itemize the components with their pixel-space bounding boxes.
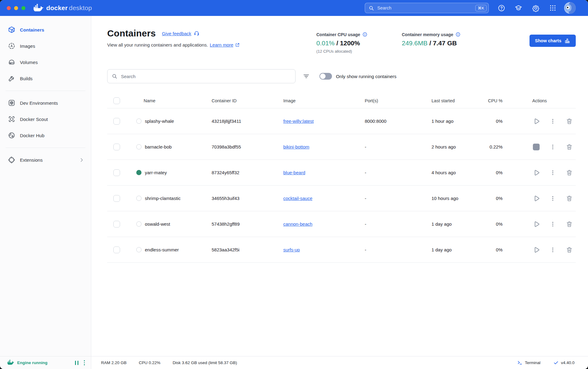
delete-container-button[interactable] (565, 169, 573, 177)
version-status[interactable]: v4.40.0 (553, 360, 575, 365)
apps-grid-icon[interactable] (549, 4, 557, 12)
zoom-window-button[interactable] (21, 6, 25, 10)
image-link[interactable]: bikini-bottom (283, 144, 309, 149)
start-container-button[interactable] (532, 194, 540, 202)
column-name[interactable]: Name (136, 98, 212, 103)
search-icon (112, 73, 117, 79)
cpu-percent: 0% (481, 119, 509, 124)
start-container-button[interactable] (532, 169, 540, 177)
terminal-button[interactable]: Terminal (517, 360, 541, 365)
learn-more-link[interactable]: Learn more (210, 42, 240, 47)
filter-icon[interactable] (303, 73, 310, 80)
container-name: yarr-matey (145, 170, 167, 175)
row-menu-button[interactable] (549, 117, 557, 125)
select-all-checkbox[interactable] (113, 97, 120, 104)
start-container-button[interactable] (532, 117, 540, 125)
row-menu-button[interactable] (549, 143, 557, 151)
row-checkbox[interactable] (113, 221, 120, 228)
row-menu-button[interactable] (549, 246, 557, 254)
sidebar-item-extensions[interactable]: Extensions (0, 152, 91, 168)
memory-usage-stat: Container memory usage 249.6MB / 7.47 GB (402, 32, 461, 47)
container-search-input[interactable] (120, 73, 291, 79)
table-row: splashy-whale 43218j8jjf3411 free-willy:… (107, 108, 576, 134)
column-last-started[interactable]: Last started (432, 98, 481, 103)
row-menu-button[interactable] (549, 169, 557, 177)
sidebar-item-images[interactable]: Images (0, 38, 91, 54)
container-id: 57438h2gff89 (212, 221, 283, 227)
global-search[interactable]: ⌘K (365, 3, 489, 13)
engine-status-label: Engine running (17, 360, 47, 365)
help-icon[interactable] (497, 4, 505, 12)
row-checkbox[interactable] (113, 247, 120, 253)
external-link-icon (235, 43, 240, 47)
column-cpu[interactable]: CPU % (481, 98, 509, 103)
engine-status: Engine running (0, 356, 91, 369)
extensions-icon (8, 156, 15, 164)
docker-brand: dockerdesktop (33, 4, 92, 13)
pause-engine-button[interactable] (75, 361, 78, 365)
column-container-id[interactable]: Container ID (212, 98, 283, 103)
container-search[interactable] (107, 69, 296, 83)
sidebar-item-volumes[interactable]: Volumes (0, 55, 91, 70)
engine-menu-button[interactable] (84, 360, 85, 365)
delete-container-button[interactable] (565, 143, 573, 151)
terminal-icon (517, 360, 522, 365)
container-name: endless-summer (145, 247, 179, 252)
stop-container-button[interactable] (532, 143, 540, 151)
row-checkbox[interactable] (113, 144, 120, 150)
info-icon[interactable] (362, 32, 368, 37)
start-container-button[interactable] (532, 220, 540, 228)
traffic-lights (7, 6, 25, 10)
sidebar-divider (6, 91, 85, 91)
minimize-window-button[interactable] (14, 6, 18, 10)
image-link[interactable]: blue-beard (283, 170, 305, 175)
docker-hub-icon (8, 132, 15, 139)
column-ports[interactable]: Port(s) (365, 98, 432, 103)
sidebar-item-containers[interactable]: Containers (0, 22, 91, 37)
row-checkbox[interactable] (113, 169, 120, 176)
row-menu-button[interactable] (549, 220, 557, 228)
table-row: endless-summer 5823aa342f5i surfs-up - 1… (107, 237, 576, 263)
containers-icon (8, 26, 15, 33)
sidebar-item-builds[interactable]: Builds (0, 71, 91, 86)
cpu-percent: 0% (481, 221, 509, 227)
row-menu-button[interactable] (549, 194, 557, 202)
sidebar-item-label: Dev Environments (20, 100, 58, 106)
sidebar-item-dev-environments[interactable]: Dev Environments (0, 95, 91, 111)
running-only-toggle[interactable] (319, 73, 332, 80)
container-id: 87324y65ff32 (212, 170, 283, 175)
column-image[interactable]: Image (283, 98, 365, 103)
image-link[interactable]: cannon-beach (283, 221, 312, 227)
give-feedback-link[interactable]: Give feedback (162, 30, 200, 36)
container-ports: - (365, 144, 432, 149)
row-checkbox[interactable] (113, 118, 120, 125)
cpu-percent: 0.22% (481, 144, 509, 149)
builds-icon (8, 75, 15, 82)
settings-gear-icon[interactable] (532, 4, 540, 12)
docker-scout-icon (8, 115, 15, 123)
running-only-toggle-label: Only show running containers (336, 74, 397, 79)
table-header: Name Container ID Image Port(s) Last sta… (107, 93, 576, 108)
sidebar-item-docker-hub[interactable]: Docker Hub (0, 128, 91, 143)
images-icon (8, 42, 15, 50)
start-container-button[interactable] (532, 246, 540, 254)
cpu-allocation-note: (12 CPUs allocated) (316, 49, 368, 54)
delete-container-button[interactable] (565, 117, 573, 125)
delete-container-button[interactable] (565, 194, 573, 202)
row-checkbox[interactable] (113, 195, 120, 202)
info-icon[interactable] (455, 32, 461, 37)
user-avatar[interactable] (564, 2, 576, 14)
close-window-button[interactable] (7, 6, 11, 10)
ram-usage: RAM 2.20 GB (101, 360, 126, 365)
show-charts-button[interactable]: Show charts (530, 35, 576, 47)
dev-environments-icon (8, 99, 15, 107)
delete-container-button[interactable] (565, 220, 573, 228)
image-link[interactable]: free-willy:latest (283, 119, 314, 124)
delete-container-button[interactable] (565, 246, 573, 254)
learning-center-icon[interactable] (514, 4, 522, 12)
image-link[interactable]: cocktail-sauce (283, 196, 312, 201)
sidebar-item-docker-scout[interactable]: Docker Scout (0, 111, 91, 127)
container-name: barnacle-bob (145, 144, 172, 149)
image-link[interactable]: surfs-up (283, 247, 300, 252)
global-search-input[interactable] (377, 5, 475, 11)
